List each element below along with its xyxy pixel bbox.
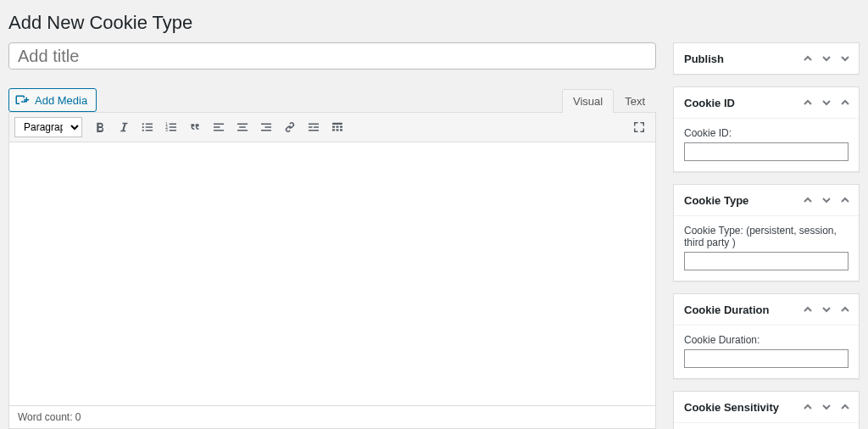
move-down-icon[interactable] bbox=[820, 96, 833, 109]
cookie-id-box: Cookie ID Cookie ID: bbox=[673, 86, 860, 172]
svg-rect-29 bbox=[332, 129, 335, 131]
svg-rect-18 bbox=[261, 124, 271, 125]
cookie-type-label: Cookie Type: (persistent, session, third… bbox=[684, 225, 849, 248]
svg-rect-31 bbox=[340, 129, 342, 131]
svg-rect-30 bbox=[337, 129, 339, 131]
svg-text:3: 3 bbox=[165, 128, 168, 132]
blockquote-button[interactable] bbox=[184, 116, 206, 138]
svg-rect-5 bbox=[146, 130, 153, 131]
tab-text[interactable]: Text bbox=[614, 89, 656, 113]
cookie-duration-box: Cookie Duration Cookie Duration: bbox=[673, 293, 860, 379]
svg-rect-27 bbox=[337, 126, 339, 128]
move-down-icon[interactable] bbox=[820, 400, 833, 414]
svg-rect-13 bbox=[214, 126, 220, 128]
toggle-icon[interactable] bbox=[838, 303, 852, 316]
svg-point-0 bbox=[142, 123, 144, 125]
svg-rect-16 bbox=[239, 126, 246, 128]
svg-rect-26 bbox=[332, 126, 335, 128]
word-count: Word count: 0 bbox=[9, 405, 655, 428]
toolbar-toggle-button[interactable] bbox=[326, 116, 348, 138]
numbered-list-button[interactable]: 123 bbox=[160, 116, 182, 138]
move-up-icon[interactable] bbox=[801, 400, 815, 414]
editor-toolbar: Paragraph 123 bbox=[9, 113, 655, 142]
cookie-duration-input[interactable] bbox=[684, 349, 849, 368]
cookie-type-title: Cookie Type bbox=[684, 194, 748, 207]
svg-rect-12 bbox=[214, 124, 224, 125]
svg-rect-21 bbox=[309, 124, 319, 125]
link-button[interactable] bbox=[279, 116, 301, 138]
add-media-button[interactable]: Add Media bbox=[8, 88, 97, 112]
post-title-input[interactable] bbox=[8, 42, 656, 70]
move-down-icon[interactable] bbox=[820, 52, 833, 65]
svg-rect-4 bbox=[146, 126, 153, 128]
cookie-type-input[interactable] bbox=[684, 252, 849, 270]
add-media-label: Add Media bbox=[35, 94, 87, 107]
publish-box: Publish bbox=[673, 42, 860, 75]
sidebar-column: Publish Cookie ID bbox=[673, 42, 860, 429]
cookie-sensitivity-title: Cookie Sensitivity bbox=[684, 401, 779, 414]
italic-button[interactable] bbox=[113, 116, 135, 138]
svg-rect-23 bbox=[314, 126, 319, 128]
align-center-button[interactable] bbox=[231, 116, 253, 138]
move-up-icon[interactable] bbox=[801, 52, 815, 65]
svg-rect-9 bbox=[170, 124, 176, 125]
tab-visual[interactable]: Visual bbox=[562, 89, 614, 113]
toggle-icon[interactable] bbox=[838, 52, 852, 65]
svg-rect-25 bbox=[332, 123, 342, 125]
svg-rect-3 bbox=[146, 124, 153, 125]
cookie-sensitivity-box: Cookie Sensitivity Cookie Sensitivity: (… bbox=[673, 391, 860, 429]
cookie-type-box: Cookie Type Cookie Type: (persistent, se… bbox=[673, 184, 860, 281]
format-select[interactable]: Paragraph bbox=[14, 117, 82, 137]
toggle-icon[interactable] bbox=[838, 96, 852, 109]
move-up-icon[interactable] bbox=[801, 96, 815, 109]
fullscreen-button[interactable] bbox=[628, 116, 650, 138]
toggle-icon[interactable] bbox=[838, 193, 852, 207]
move-down-icon[interactable] bbox=[820, 303, 833, 316]
svg-point-1 bbox=[142, 126, 144, 128]
svg-rect-28 bbox=[340, 126, 342, 128]
bold-button[interactable] bbox=[89, 116, 111, 138]
align-right-button[interactable] bbox=[255, 116, 277, 138]
move-up-icon[interactable] bbox=[801, 303, 815, 316]
svg-rect-15 bbox=[237, 124, 248, 125]
move-up-icon[interactable] bbox=[801, 193, 815, 207]
svg-rect-20 bbox=[261, 130, 271, 131]
main-column: Add Media Visual Text Paragraph bbox=[8, 42, 656, 429]
move-down-icon[interactable] bbox=[820, 193, 833, 207]
cookie-id-label: Cookie ID: bbox=[684, 127, 849, 139]
svg-rect-22 bbox=[309, 126, 313, 128]
cookie-id-title: Cookie ID bbox=[684, 97, 735, 109]
svg-rect-14 bbox=[214, 130, 224, 131]
svg-rect-11 bbox=[170, 130, 176, 131]
page-title: Add New Cookie Type bbox=[8, 12, 860, 34]
media-icon bbox=[14, 92, 30, 109]
svg-rect-17 bbox=[237, 130, 248, 131]
toggle-icon[interactable] bbox=[838, 400, 852, 414]
editor-box: Paragraph 123 bbox=[8, 112, 656, 429]
svg-point-2 bbox=[142, 130, 144, 131]
cookie-duration-title: Cookie Duration bbox=[684, 304, 769, 316]
cookie-id-input[interactable] bbox=[684, 142, 849, 161]
svg-rect-19 bbox=[265, 126, 272, 128]
cookie-duration-label: Cookie Duration: bbox=[684, 334, 849, 346]
svg-rect-10 bbox=[170, 126, 176, 128]
svg-rect-24 bbox=[309, 130, 319, 131]
editor-content[interactable] bbox=[9, 142, 655, 405]
read-more-button[interactable] bbox=[303, 116, 325, 138]
bullet-list-button[interactable] bbox=[136, 116, 159, 138]
publish-title: Publish bbox=[684, 53, 724, 65]
align-left-button[interactable] bbox=[208, 116, 230, 138]
